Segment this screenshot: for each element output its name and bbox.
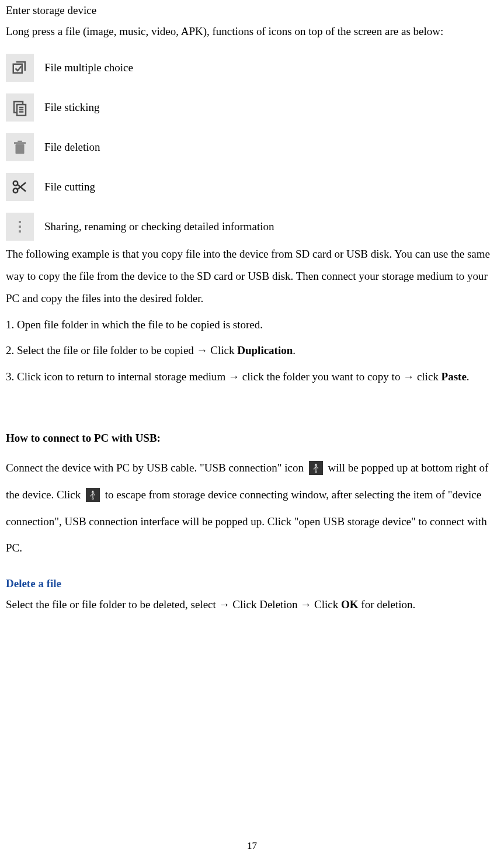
svg-rect-15 [19,230,21,233]
more-icon [6,213,34,241]
svg-rect-14 [19,226,21,228]
multi-select-icon [6,54,34,82]
svg-rect-6 [16,144,25,154]
usb-p1a: Connect the device with PC by USB cable.… [6,462,307,474]
step-2b: Duplication [237,344,293,356]
more-label: Sharing, renaming or checking detailed i… [44,216,274,237]
usb-icon-1 [309,461,323,475]
step-2a: 2. Select the file or file folder to be … [6,344,237,356]
cutting-label: File cutting [44,176,95,197]
row-sticking: File sticking [6,93,498,122]
row-multi: File multiple choice [6,54,498,82]
multi-label: File multiple choice [44,57,133,78]
step-1: 1. Open file folder in which the file to… [6,314,498,335]
row-cutting: File cutting [6,173,498,201]
sticking-label: File sticking [44,97,99,118]
step-3c: . [467,370,470,383]
svg-point-16 [315,464,317,466]
usb-paragraph: Connect the device with PC by USB cable.… [6,455,498,561]
step-3a: 3. Click icon to return to internal stor… [6,370,442,383]
step-2c: . [293,344,296,356]
step-3b: Paste [442,370,467,383]
copy-paragraph: The following example is that you copy f… [6,243,498,310]
svg-point-17 [92,490,94,492]
usb-heading: How to connect to PC with USB: [6,428,498,449]
row-deletion: File deletion [6,133,498,161]
svg-rect-13 [19,221,21,223]
scissors-icon [6,173,34,201]
svg-rect-8 [18,141,22,143]
step-2: 2. Select the file or file folder to be … [6,340,498,361]
delete-textc: for deletion. [359,598,416,611]
step-3: 3. Click icon to return to internal stor… [6,366,498,388]
usb-icon-2 [86,488,100,502]
copy-icon [6,93,34,122]
intro-line2: Long press a file (image, music, video, … [6,21,498,42]
page-number: 17 [6,837,498,855]
delete-texta: Select the file or file folder to be del… [6,598,341,611]
intro-line1: Enter storage device [6,0,498,21]
deletion-label: File deletion [44,137,100,158]
delete-heading: Delete a file [6,573,498,594]
trash-icon [6,133,34,161]
row-more: Sharing, renaming or checking detailed i… [6,213,498,241]
svg-rect-7 [14,142,26,144]
delete-textb: OK [341,598,359,611]
delete-text: Select the file or file folder to be del… [6,594,498,615]
